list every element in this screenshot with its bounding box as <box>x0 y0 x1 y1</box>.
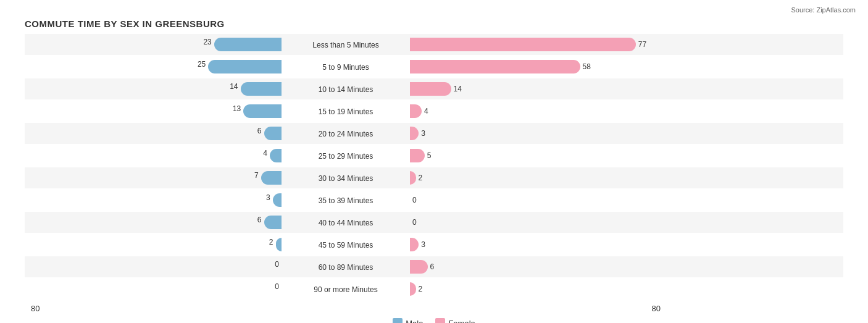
female-bar <box>410 238 419 251</box>
legend-female: Female <box>435 318 475 323</box>
female-value: 77 <box>638 40 656 49</box>
female-bar <box>410 60 580 73</box>
chart-row: 14 10 to 14 Minutes 14 <box>25 78 843 99</box>
male-bar-wrap: 4 <box>25 149 282 162</box>
male-value: 6 <box>244 127 262 140</box>
left-section: 0 <box>25 282 284 296</box>
axis-right: 80 <box>407 304 667 313</box>
male-value: 0 <box>262 260 279 274</box>
male-bar-wrap: 13 <box>25 104 282 118</box>
right-section: 5 <box>407 149 667 162</box>
male-value: 6 <box>244 216 262 229</box>
male-bar-wrap: 14 <box>25 82 282 96</box>
female-bar <box>410 82 451 96</box>
female-value: 14 <box>454 85 471 93</box>
female-value: 58 <box>583 62 600 71</box>
male-value: 3 <box>253 193 270 207</box>
left-section: 25 <box>25 60 284 73</box>
male-bar-wrap: 0 <box>25 260 282 274</box>
female-value: 2 <box>419 285 436 293</box>
chart-row: 23 Less than 5 Minutes 77 <box>25 34 843 55</box>
male-bar <box>270 149 282 162</box>
female-bar <box>410 149 425 162</box>
female-value: 3 <box>421 240 438 249</box>
label-section: 45 to 59 Minutes <box>284 239 407 250</box>
label-section: 15 to 19 Minutes <box>284 106 407 117</box>
right-section: 77 <box>407 38 667 51</box>
bar-label: 60 to 89 Minutes <box>319 263 373 272</box>
legend-male: Male <box>393 318 423 323</box>
male-bar-wrap: 6 <box>25 127 282 140</box>
male-value: 13 <box>223 104 241 118</box>
female-value: 4 <box>424 107 441 115</box>
male-bar-wrap: 7 <box>25 171 282 185</box>
chart-container: COMMUTE TIME BY SEX IN GREENSBURG Source… <box>0 0 868 323</box>
label-section: 35 to 39 Minutes <box>284 195 407 206</box>
male-bar <box>261 171 282 185</box>
right-section: 0 <box>407 193 667 207</box>
label-section: 5 to 9 Minutes <box>284 61 407 72</box>
left-section: 6 <box>25 127 284 140</box>
male-bar <box>273 193 282 207</box>
label-section: 25 to 29 Minutes <box>284 150 407 161</box>
male-value: 0 <box>262 282 279 296</box>
label-section: Less than 5 Minutes <box>284 39 407 50</box>
female-bar <box>410 104 422 118</box>
bar-label: 90 or more Minutes <box>314 285 377 294</box>
right-section: 3 <box>407 238 667 251</box>
female-value: 3 <box>421 129 438 138</box>
bar-label: 25 to 29 Minutes <box>319 152 373 161</box>
male-value: 4 <box>250 149 267 162</box>
left-section: 23 <box>25 38 284 51</box>
chart-row: 6 40 to 44 Minutes 0 <box>25 212 843 233</box>
left-section: 14 <box>25 82 284 96</box>
bar-label: 45 to 59 Minutes <box>319 241 373 250</box>
right-section: 0 <box>407 216 667 229</box>
male-bar <box>214 38 282 51</box>
right-section: 6 <box>407 260 667 274</box>
female-color-swatch <box>435 318 445 323</box>
chart-row: 3 35 to 39 Minutes 0 <box>25 190 843 211</box>
axis-row: 80 80 <box>25 302 843 314</box>
bar-label: 35 to 39 Minutes <box>319 196 373 205</box>
male-value: 14 <box>221 82 238 96</box>
axis-right-label: 80 <box>652 304 661 313</box>
female-value: 2 <box>419 174 436 182</box>
label-section: 90 or more Minutes <box>284 283 407 295</box>
right-section: 14 <box>407 82 667 96</box>
male-color-swatch <box>393 318 403 323</box>
male-bar-wrap: 23 <box>25 38 282 51</box>
bar-label: 10 to 14 Minutes <box>319 85 373 94</box>
female-bar <box>410 127 419 140</box>
male-bar-wrap: 25 <box>25 60 282 73</box>
label-section: 30 to 34 Minutes <box>284 172 407 183</box>
male-bar <box>243 104 282 118</box>
male-bar-wrap: 3 <box>25 193 282 207</box>
chart-row: 7 30 to 34 Minutes 2 <box>25 167 843 188</box>
bar-label: 5 to 9 Minutes <box>322 63 369 72</box>
female-legend-label: Female <box>448 319 475 324</box>
female-bar <box>410 282 416 296</box>
female-value: 0 <box>412 196 430 204</box>
female-value: 0 <box>412 218 430 227</box>
chart-row: 25 5 to 9 Minutes 58 <box>25 56 843 77</box>
chart-row: 2 45 to 59 Minutes 3 <box>25 234 843 255</box>
left-section: 7 <box>25 171 284 185</box>
chart-row: 13 15 to 19 Minutes 4 <box>25 101 843 122</box>
chart-row: 6 20 to 24 Minutes 3 <box>25 123 843 144</box>
chart-row: 0 60 to 89 Minutes 6 <box>25 256 843 277</box>
male-bar-wrap: 2 <box>25 238 282 251</box>
left-section: 0 <box>25 260 284 274</box>
male-value: 2 <box>256 238 273 251</box>
label-section: 40 to 44 Minutes <box>284 217 407 228</box>
source-label: Source: ZipAtlas.com <box>791 6 856 14</box>
female-bar <box>410 171 416 185</box>
female-value: 5 <box>427 151 444 160</box>
male-value: 25 <box>188 60 206 73</box>
label-section: 20 to 24 Minutes <box>284 128 407 139</box>
left-section: 13 <box>25 104 284 118</box>
chart-area: 23 Less than 5 Minutes 77 25 5 to 9 Minu… <box>25 34 843 300</box>
male-bar <box>264 216 282 229</box>
right-section: 4 <box>407 104 667 118</box>
male-bar <box>241 82 282 96</box>
